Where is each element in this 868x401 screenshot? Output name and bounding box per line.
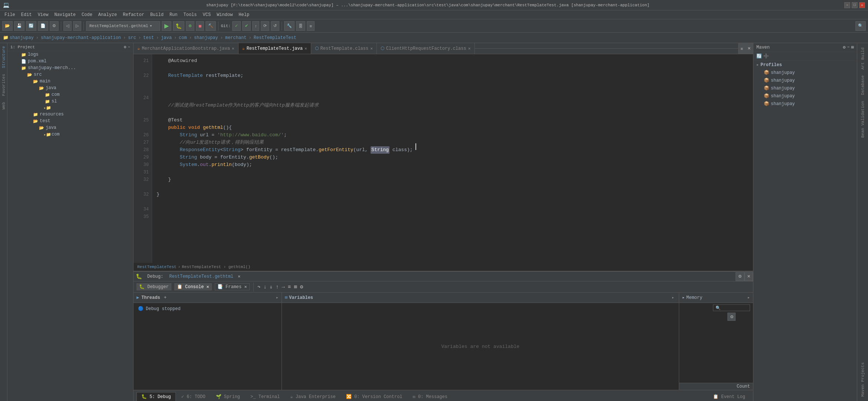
menu-build[interactable]: Build <box>147 12 167 18</box>
tree-item[interactable]: 📂 main <box>7 78 133 85</box>
tab-debug[interactable]: 🐛 5: Debug <box>137 392 176 401</box>
settings-button[interactable]: ⚙ <box>50 21 59 31</box>
database-label[interactable]: Database <box>861 72 865 98</box>
maven-expand-icon[interactable]: ⊞ <box>851 45 854 50</box>
menu-file[interactable]: File <box>1 12 18 18</box>
close-tab-button[interactable]: ✕ <box>745 43 753 54</box>
panel-settings-icon[interactable]: ⚙ <box>124 45 126 49</box>
tabs-settings-icon[interactable]: ≡ <box>738 43 745 54</box>
tools-button[interactable]: 🔧 <box>284 21 295 31</box>
step-into-icon[interactable]: ↓ <box>263 284 266 290</box>
restore-icon[interactable]: ⊞ <box>294 284 297 290</box>
tree-item[interactable]: 📂 java <box>7 124 133 131</box>
tree-item[interactable]: 📂 src <box>7 71 133 78</box>
code-editor[interactable]: 21 22 24 25 26 27 28 29 ⚠ 30 31 32 32 <box>134 54 753 263</box>
memory-search-input[interactable] <box>713 304 750 311</box>
maven-add-icon[interactable]: ➕ <box>763 53 769 59</box>
art-build-label[interactable]: Art Build <box>861 45 865 72</box>
menu-run[interactable]: Run <box>167 12 181 18</box>
structure-button[interactable]: ≡ <box>307 21 314 31</box>
tab-terminal[interactable]: >_ Terminal <box>246 392 285 401</box>
maven-settings-icon[interactable]: ⚙ <box>843 45 845 50</box>
tab-close-icon[interactable]: ✕ <box>468 46 471 51</box>
maven-profiles-header[interactable]: ▸ Profiles <box>753 61 857 69</box>
tab-todo[interactable]: ✓ 6: TODO <box>177 392 210 401</box>
tree-item[interactable]: 📂 java <box>7 85 133 91</box>
memory-settings-icon[interactable]: ⚙ <box>727 313 736 321</box>
tree-item[interactable]: 📄 pom.xml <box>7 58 133 65</box>
debug-tab-close-icon[interactable]: ✕ <box>238 274 240 279</box>
run-to-cursor-icon[interactable]: → <box>282 284 285 290</box>
minimize-button[interactable]: – <box>844 2 850 8</box>
panel-minimize-icon[interactable]: – <box>128 45 130 49</box>
git-check-button[interactable]: ✓ <box>232 21 241 31</box>
menu-code[interactable]: Code <box>79 12 95 18</box>
open-file-button[interactable]: 📂 <box>2 21 13 31</box>
debug-settings-button[interactable]: ⚙ <box>736 272 744 281</box>
structure-panel-label[interactable]: Structure <box>1 43 7 71</box>
menu-vcs[interactable]: VCS <box>200 12 214 18</box>
database-button[interactable]: 🗄 <box>296 21 305 31</box>
maven-item[interactable]: 📦 shanjupay <box>753 84 857 92</box>
tree-item[interactable]: ▸📁 <box>7 105 133 111</box>
menu-navigate[interactable]: Navigate <box>51 12 79 18</box>
debug-close-button[interactable]: ✕ <box>744 272 753 281</box>
thread-item[interactable]: 🔵 Debug stopped <box>134 304 282 313</box>
build-button[interactable]: 🔨 <box>206 21 216 31</box>
tab-resttemplate-test[interactable]: ☕ RestTemplateTest.java ✕ <box>239 43 311 54</box>
settings2-icon[interactable]: ⚙ <box>300 284 303 290</box>
menu-tools[interactable]: Tools <box>181 12 200 18</box>
git-history-button[interactable]: ⟳ <box>261 21 269 31</box>
git-revert-button[interactable]: ↺ <box>271 21 279 31</box>
new-file-button[interactable]: 📄 <box>38 21 48 31</box>
tab-close-icon[interactable]: ✕ <box>305 46 307 51</box>
maven-item[interactable]: 📦 shanjupay <box>753 69 857 76</box>
menu-help[interactable]: Help <box>236 12 252 18</box>
breadcrumb-merchant-app[interactable]: shanjupay-merchant-application <box>41 35 121 40</box>
breadcrumb-com[interactable]: com <box>179 35 187 40</box>
tab-event-log[interactable]: 📋 Event Log <box>708 392 750 401</box>
maven-item[interactable]: 📦 shanjupay <box>753 76 857 84</box>
maven-item[interactable]: 📦 shanjupay <box>753 100 857 108</box>
step-out-icon[interactable]: ↑ <box>276 284 279 290</box>
bean-validation-label[interactable]: Bean Validation <box>861 98 865 141</box>
console-tab[interactable]: 📋 Console ✕ <box>174 283 212 290</box>
forward-button[interactable]: ▷ <box>73 21 81 31</box>
breadcrumb-java[interactable]: java <box>161 35 172 40</box>
run-button[interactable]: ▶ <box>162 21 171 31</box>
tab-java-enterprise[interactable]: ☕ Java Enterprise <box>285 392 340 401</box>
save-button[interactable]: 💾 <box>14 21 24 31</box>
breadcrumb-src[interactable]: src <box>128 35 136 40</box>
code-content[interactable]: @Autowired RestTemplate restTemplate; //… <box>152 54 753 263</box>
tab-merchant-bootstrap[interactable]: ☕ MerchantApplicationBootstrap.java ✕ <box>134 43 239 54</box>
maven-minimize-icon[interactable]: – <box>847 45 850 50</box>
maximize-button[interactable]: □ <box>852 2 858 8</box>
menu-analyze[interactable]: Analyze <box>95 12 120 18</box>
search-everywhere-button[interactable]: 🔍 <box>855 21 866 31</box>
breadcrumb-resttemplate[interactable]: RestTemplateTest <box>254 35 296 40</box>
frames-tab[interactable]: 📑 Frames ✕ <box>215 283 250 290</box>
debug-button[interactable]: 🐛 <box>173 21 184 31</box>
breadcrumb-shanjupay2[interactable]: shanjupay <box>194 35 218 40</box>
tab-resttemplate-class[interactable]: ⬡ RestTemplate.class ✕ <box>311 43 377 54</box>
git-push-button[interactable]: ↑ <box>252 21 260 31</box>
maven-refresh-icon[interactable]: 🔄 <box>756 53 762 59</box>
threads-add-icon[interactable]: + <box>164 295 167 300</box>
tab-messages[interactable]: ✉ 0: Messages <box>408 392 453 401</box>
step-over-icon[interactable]: ↷ <box>257 284 260 290</box>
tree-item[interactable]: 📂 test <box>7 118 133 124</box>
tree-item[interactable]: 📁 logs <box>7 51 133 58</box>
tree-item[interactable]: 📁 shanjupay-merch... <box>7 65 133 71</box>
back-button[interactable]: ◁ <box>63 21 72 31</box>
coverage-button[interactable]: ⊕ <box>186 21 194 31</box>
menu-view[interactable]: View <box>35 12 52 18</box>
favorites-panel-label[interactable]: Favorites <box>1 71 7 99</box>
menu-refactor[interactable]: Refactor <box>120 12 147 18</box>
breadcrumb-shanjupay[interactable]: 📁 shanjupay <box>3 35 34 40</box>
tab-version-control[interactable]: 🔀 0: Version Control <box>341 392 407 401</box>
run-config-dropdown[interactable]: RestTemplateTest.gethtml ▾ <box>86 21 160 31</box>
tree-item[interactable]: ▸📁 com <box>7 131 133 138</box>
stop-button[interactable]: ■ <box>196 21 204 31</box>
breadcrumb-test[interactable]: test <box>143 35 154 40</box>
web-panel-label[interactable]: Web <box>1 99 7 113</box>
